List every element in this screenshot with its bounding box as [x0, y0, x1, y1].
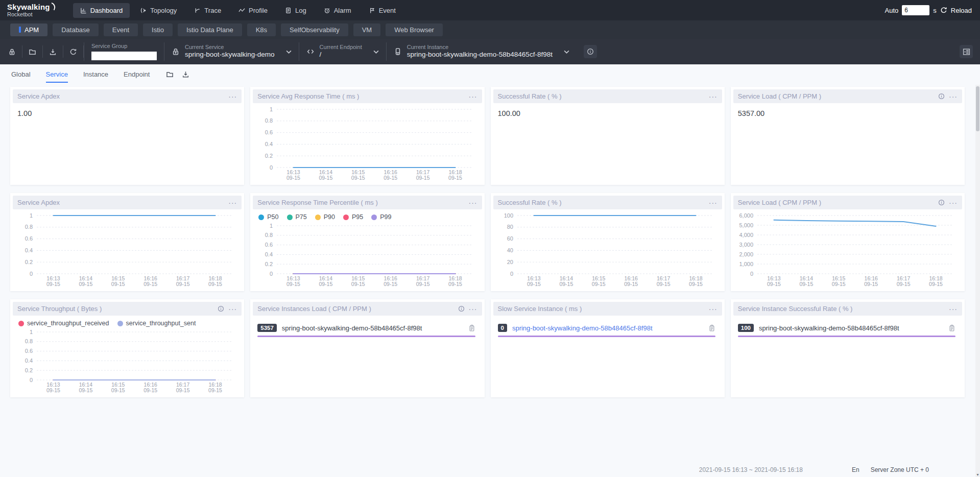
card-response-time-percentile: Service Response Time Percentile ( ms ) …	[250, 193, 484, 291]
svg-text:09-15: 09-15	[384, 281, 398, 287]
vertical-scrollbar[interactable]: ▼	[975, 85, 980, 477]
nav-item-log[interactable]: Log	[278, 3, 314, 18]
card-menu-icon[interactable]: ···	[469, 94, 477, 99]
tabbar-item-vm[interactable]: VM	[353, 23, 381, 36]
legend-item[interactable]: P95	[343, 213, 363, 221]
card-menu-icon[interactable]: ···	[949, 94, 958, 99]
scrollbar-thumb[interactable]	[976, 86, 979, 131]
legend-item[interactable]: P90	[315, 213, 335, 221]
tabbar-item-database[interactable]: Database	[53, 23, 99, 36]
card-title: Successful Rate ( % )	[498, 92, 709, 100]
tabbar-item-label: K8s	[256, 26, 267, 34]
copy-icon[interactable]	[708, 324, 715, 332]
card-menu-icon[interactable]: ···	[949, 306, 958, 312]
copy-icon[interactable]	[468, 324, 475, 332]
download-icon[interactable]	[182, 70, 189, 78]
scrollbar-down-arrow[interactable]: ▼	[975, 473, 980, 476]
svg-text:09-15: 09-15	[656, 281, 670, 287]
instance-name[interactable]: spring-boot-skywalking-demo-58b48465cf-8…	[512, 324, 703, 332]
svg-text:09-15: 09-15	[111, 387, 125, 393]
tabbar-item-istio-data-plane[interactable]: Istio Data Plane	[178, 23, 242, 36]
tab-endpoint[interactable]: Endpoint	[124, 66, 150, 83]
info-icon[interactable]	[584, 45, 597, 58]
card-menu-icon[interactable]: ···	[949, 200, 958, 205]
legend-dot	[258, 214, 264, 220]
lock-icon[interactable]	[2, 45, 22, 58]
folder-icon[interactable]	[22, 45, 43, 58]
svg-text:0.6: 0.6	[25, 348, 33, 354]
tabbar-item-istio[interactable]: Istio	[143, 23, 173, 36]
tabbar-item-selfobservability[interactable]: SelfObservability	[281, 23, 348, 36]
refresh-icon[interactable]	[63, 45, 84, 58]
nav-item-dashboard[interactable]: Dashboard	[73, 3, 130, 18]
reload-label[interactable]: Reload	[951, 7, 972, 14]
value-badge: 0	[498, 324, 507, 332]
collapse-panel-icon[interactable]	[960, 45, 973, 58]
tabbar-item-web-browser[interactable]: Web Browser	[386, 23, 443, 36]
nav-item-topology[interactable]: Topology	[133, 3, 184, 18]
legend-item[interactable]: P50	[258, 213, 278, 221]
card-service-avg-response-time: Service Avg Response Time ( ms ) ··· 00.…	[250, 87, 484, 185]
tabbar-item-event[interactable]: Event	[104, 23, 138, 36]
svg-text:09-15: 09-15	[176, 387, 190, 393]
nav-item-trace[interactable]: Trace	[187, 3, 228, 18]
line-chart: 01,0002,0003,0004,0005,0006,00016:1309-1…	[734, 210, 962, 289]
svg-text:09-15: 09-15	[527, 281, 541, 287]
card-title: Service Response Time Percentile ( ms )	[257, 199, 468, 206]
card-menu-icon[interactable]: ···	[709, 94, 718, 99]
current-service-value: spring-boot-skywalking-demo	[185, 51, 275, 59]
card-menu-icon[interactable]: ···	[469, 306, 477, 312]
card-menu-icon[interactable]: ···	[709, 306, 718, 312]
language-toggle[interactable]: En	[852, 466, 859, 473]
tabbar-item-apm[interactable]: APM	[10, 23, 47, 36]
service-group-input[interactable]	[91, 52, 157, 60]
svg-text:0: 0	[750, 271, 753, 277]
tabbar-item-k8s[interactable]: K8s	[247, 23, 276, 36]
legend-item[interactable]: P75	[287, 213, 307, 221]
export-icon[interactable]	[43, 45, 63, 58]
svg-text:09-15: 09-15	[79, 281, 92, 287]
nav-item-label: Profile	[249, 7, 268, 14]
folder-icon[interactable]	[166, 70, 174, 78]
auto-interval-input[interactable]	[902, 5, 929, 15]
card-menu-icon[interactable]: ···	[228, 306, 237, 312]
card-title: Service Avg Response Time ( ms )	[257, 92, 468, 100]
trace-icon	[194, 7, 201, 14]
card-menu-icon[interactable]: ···	[228, 94, 237, 99]
card-header: Successful Rate ( % ) ···	[493, 89, 722, 103]
svg-text:0.8: 0.8	[25, 224, 33, 230]
info-icon[interactable]	[218, 305, 224, 312]
svg-text:09-15: 09-15	[208, 387, 222, 393]
svg-text:0: 0	[270, 164, 273, 171]
legend-item[interactable]: service_throughput_received	[18, 320, 109, 327]
tab-instance[interactable]: Instance	[83, 66, 108, 83]
chevron-down-icon[interactable]	[564, 50, 569, 54]
card-menu-icon[interactable]: ···	[469, 200, 477, 205]
nav-item-profile[interactable]: Profile	[231, 3, 275, 18]
current-endpoint-selector[interactable]: Current Endpoint /	[299, 42, 386, 61]
info-icon[interactable]	[938, 199, 945, 206]
svg-text:09-15: 09-15	[591, 281, 605, 287]
nav-item-event[interactable]: Event	[362, 3, 403, 18]
info-icon[interactable]	[458, 305, 465, 312]
card-menu-icon[interactable]: ···	[709, 200, 718, 205]
legend-item[interactable]: P99	[371, 213, 391, 221]
copy-icon[interactable]	[948, 324, 955, 332]
chevron-down-icon[interactable]	[373, 50, 379, 54]
card-menu-icon[interactable]: ···	[228, 200, 237, 205]
svg-text:09-15: 09-15	[144, 387, 157, 393]
tab-service[interactable]: Service	[46, 66, 68, 83]
instance-bar	[498, 336, 715, 337]
card-header: Slow Service Instance ( ms ) ···	[493, 302, 722, 316]
tab-global[interactable]: Global	[11, 66, 31, 83]
nav-item-alarm[interactable]: Alarm	[317, 3, 358, 18]
reload-icon[interactable]	[940, 7, 947, 14]
chevron-down-icon[interactable]	[286, 50, 292, 54]
current-instance-selector[interactable]: Current Instance spring-boot-skywalking-…	[386, 42, 577, 61]
nav-item-label: Dashboard	[90, 7, 123, 14]
legend-item[interactable]: service_throughput_sent	[117, 320, 196, 327]
instance-icon	[394, 47, 402, 56]
current-service-selector[interactable]: Current Service spring-boot-skywalking-d…	[164, 42, 299, 61]
info-icon[interactable]	[938, 93, 945, 100]
chart-legend: P50P75P90P95P99	[253, 210, 481, 221]
